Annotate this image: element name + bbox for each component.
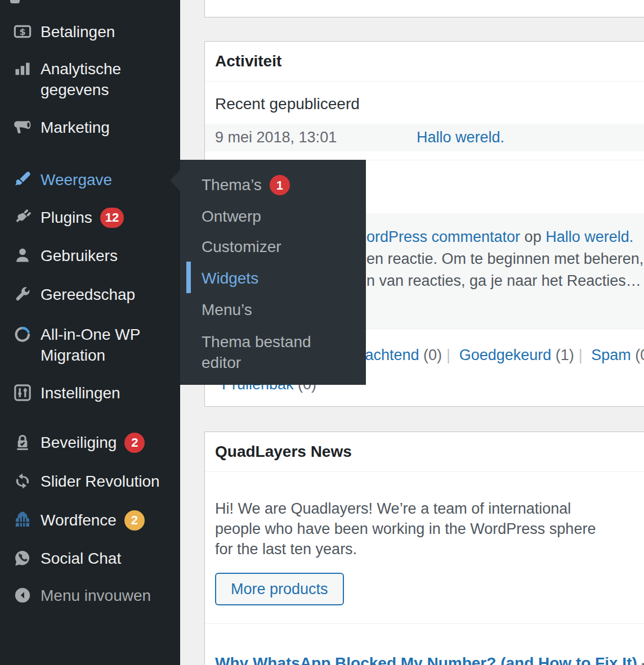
megaphone-icon xyxy=(14,118,32,136)
sidebar-item-wordfence[interactable]: Wordfence 2 xyxy=(0,510,180,531)
security-alert-badge: 2 xyxy=(124,433,145,453)
submenu-item-label: Ontwerp xyxy=(202,206,261,227)
spam-link[interactable]: Spam xyxy=(591,347,631,363)
sidebar-item-weergave[interactable]: Weergave xyxy=(0,169,180,190)
whatsapp-icon xyxy=(14,549,32,567)
submenu-item-customizer[interactable]: Customizer xyxy=(202,236,281,257)
sidebar-item-gebruikers[interactable]: Gebruikers xyxy=(0,245,180,266)
sidebar-item-social-chat[interactable]: Social Chat xyxy=(0,548,180,569)
admin-sidebar-menu: $ Betalingen Analytische gegevens Market… xyxy=(0,0,180,665)
recent-post-row: 9 mei 2018, 13:01 Hallo wereld. xyxy=(205,124,644,151)
quadlayers-widget-header: QuadLayers News xyxy=(205,432,644,472)
submenu-item-label: Menu’s xyxy=(202,299,252,320)
separator: | xyxy=(574,347,587,363)
sidebar-item-label: Gereedschap xyxy=(41,284,135,305)
sidebar-item-label: Weergave xyxy=(41,169,112,190)
sidebar-item-label: Menu invouwen xyxy=(41,585,151,606)
sidebar-item-all-in-one-wp-migration[interactable]: All-in-One WP Migration xyxy=(0,324,180,366)
comment-status-links: Wachtend (0)| Goedgekeurd (1)| Spam (0) xyxy=(351,344,644,366)
sidebar-item-gereedschap[interactable]: Gereedschap xyxy=(0,284,180,305)
quadlayers-news-widget: QuadLayers News Hi! We are Quadlayers! W… xyxy=(204,432,644,665)
comment-line-2: en reactie. Om te beginnen met beheren, xyxy=(366,248,643,270)
submenu-item-widgets[interactable]: Widgets xyxy=(202,268,258,289)
sidebar-item-label: Gebruikers xyxy=(41,245,118,266)
submenu-item-ontwerp[interactable]: Ontwerp xyxy=(202,206,261,227)
wordfence-notice-badge: 2 xyxy=(124,510,145,531)
quadlayers-intro-text: Hi! We are Quadlayers! We’re a team of i… xyxy=(215,498,596,559)
submenu-item-label: Customizer xyxy=(202,236,281,257)
collapse-menu-button[interactable]: Menu invouwen xyxy=(0,585,180,606)
comment-mid-text: op xyxy=(520,228,545,245)
user-icon xyxy=(14,246,32,264)
submenu-item-themas[interactable]: Thema’s 1 xyxy=(202,174,290,195)
sidebar-item-label: Instellingen xyxy=(41,383,120,403)
news-post-item: Why WhatsApp Blocked My Number? (and How… xyxy=(215,653,644,665)
sidebar-item-label: Social Chat xyxy=(41,548,121,569)
news-post-meta: - 31 xyxy=(637,654,644,665)
payments-icon: $ xyxy=(14,23,32,41)
flyout-pointer-arrow xyxy=(170,170,180,191)
sidebar-item-plugins[interactable]: Plugins 12 xyxy=(0,207,180,228)
weergave-flyout-submenu: Thema’s 1 Ontwerp Customizer Widgets Men… xyxy=(180,160,366,385)
submenu-item-label: Widgets xyxy=(202,268,258,289)
bar-chart-icon xyxy=(14,60,32,78)
security-lock-icon xyxy=(14,433,32,451)
intro-line-2: people who have been working in the Word… xyxy=(215,519,596,539)
sidebar-item-label: Plugins xyxy=(41,207,92,228)
sidebar-item-label: Slider Revolution xyxy=(41,471,160,492)
post-date: 9 mei 2018, 13:01 xyxy=(215,124,337,151)
post-title-link[interactable]: Hallo wereld. xyxy=(417,124,504,151)
approved-count: (1) xyxy=(556,347,574,363)
sidebar-item-beveiliging[interactable]: Beveiliging 2 xyxy=(0,432,180,453)
comment-line-3: n van reacties, ga je naar het Reacties… xyxy=(366,270,643,292)
commenter-link[interactable]: ordPress commentator xyxy=(366,228,520,245)
spam-count: (0) xyxy=(635,347,644,363)
comment-line-1: ordPress commentator op Hallo wereld. xyxy=(366,226,643,248)
sidebar-item-label: Betalingen xyxy=(41,21,115,42)
svg-text:$: $ xyxy=(19,26,25,37)
wrench-icon xyxy=(14,285,32,303)
separator: | xyxy=(442,347,455,363)
activity-widget-header: Activiteit xyxy=(205,42,644,82)
fence-icon xyxy=(14,511,32,529)
submenu-item-label: Thema’s xyxy=(202,174,262,195)
sidebar-item-label: Beveiliging xyxy=(41,432,117,453)
wordpress-admin-dashboard: Activiteit Recent gepubliceerd 9 mei 201… xyxy=(0,0,644,665)
more-products-button[interactable]: More products xyxy=(215,573,344,605)
theme-update-badge: 1 xyxy=(270,175,290,195)
sidebar-item-marketing[interactable]: Marketing xyxy=(0,117,180,138)
submenu-item-label: Thema bestand editor xyxy=(202,331,311,373)
sidebar-item-betalingen[interactable]: $ Betalingen xyxy=(0,21,180,42)
pending-count: (0) xyxy=(423,347,442,363)
previous-widget-bottom xyxy=(204,0,644,17)
sidebar-item-label: All-in-One WP Migration xyxy=(41,324,140,366)
sidebar-item-slider-revolution[interactable]: Slider Revolution xyxy=(0,471,180,492)
sidebar-item-instellingen[interactable]: Instellingen xyxy=(0,383,180,403)
collapse-arrow-icon xyxy=(14,586,32,604)
comment-text: ordPress commentator op Hallo wereld. en… xyxy=(366,226,643,292)
widget-divider xyxy=(205,623,644,624)
clipped-menu-icon xyxy=(10,0,20,3)
submenu-item-thema-bestand-editor[interactable]: Thema bestand editor xyxy=(202,331,311,373)
plug-icon xyxy=(14,208,32,226)
update-count-badge: 12 xyxy=(100,208,124,228)
current-item-indicator-bar xyxy=(186,262,191,293)
paintbrush-icon xyxy=(14,170,32,188)
refresh-arrows-icon xyxy=(14,472,32,490)
recent-published-heading: Recent gepubliceerd xyxy=(215,93,360,115)
sidebar-item-analytische-gegevens[interactable]: Analytische gegevens xyxy=(0,59,180,100)
news-post-link[interactable]: Why WhatsApp Blocked My Number? (and How… xyxy=(215,654,637,665)
sidebar-item-label: Analytische gegevens xyxy=(41,59,121,100)
approved-link[interactable]: Goedgekeurd xyxy=(459,347,552,363)
quadlayers-widget-title: QuadLayers News xyxy=(215,443,352,461)
migration-arrows-icon xyxy=(14,325,32,343)
comment-post-link[interactable]: Hallo wereld. xyxy=(545,228,633,245)
submenu-item-menus[interactable]: Menu’s xyxy=(202,299,252,320)
activity-widget-title: Activiteit xyxy=(215,52,281,70)
intro-line-3: for the last ten years. xyxy=(215,539,596,559)
settings-sliders-icon xyxy=(14,384,32,402)
sidebar-item-label: Wordfence xyxy=(41,510,117,531)
sidebar-item-label: Marketing xyxy=(41,117,110,138)
intro-line-1: Hi! We are Quadlayers! We’re a team of i… xyxy=(215,498,596,519)
